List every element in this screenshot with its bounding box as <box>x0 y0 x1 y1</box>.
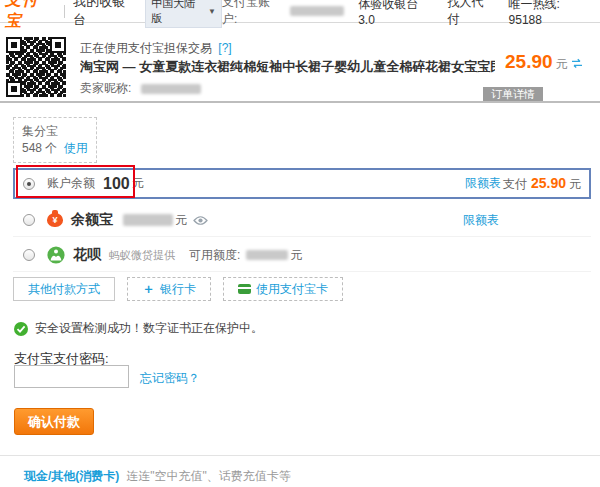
jifenbao-count: 548 个 <box>22 141 57 155</box>
qr-finder-icon <box>6 81 22 97</box>
jifenbao-name: 集分宝 <box>22 123 88 140</box>
order-price: 25.90 元 <box>505 51 583 73</box>
hotline-text: 唯一热线: 95188 <box>509 0 595 27</box>
pay-amount: 25.90 <box>531 175 566 191</box>
jifenbao-box: 集分宝 548 个 使用 <box>13 117 97 163</box>
payment-action-buttons: 其他付款方式 ＋ 银行卡 使用支付宝卡 <box>13 277 343 301</box>
footer: 现金/其他(消费卡) 连连"空中充值"、话费充值卡等 <box>24 468 291 485</box>
eye-icon[interactable] <box>193 215 208 226</box>
price-amount: 25.90 <box>505 51 553 73</box>
security-notice-text: 安全设置检测成功！数字证书正在保护中。 <box>35 320 263 337</box>
payment-password-input[interactable] <box>14 365 129 388</box>
huabei-name: 花呗 <box>73 246 101 264</box>
huabei-unit: 元 <box>290 247 302 264</box>
huabei-provider: 蚂蚁微贷提供 <box>109 248 175 263</box>
header-right: 支付宝账户: 体验收银台3.0 找人代付 唯一热线: 95188 <box>222 0 595 28</box>
yuebao-unit: 元 <box>175 212 187 229</box>
add-bank-card-button[interactable]: ＋ 银行卡 <box>127 277 211 301</box>
region-selector[interactable]: 中国大陆版 ▼ <box>145 0 222 28</box>
huabei-quota-label: 可用额度: <box>189 247 240 264</box>
plus-icon: ＋ <box>142 280 155 298</box>
alipay-logo[interactable]: 支付宝 <box>5 0 55 32</box>
money-bag-icon: ¥ <box>47 213 63 227</box>
payment-row-yuebao[interactable]: ¥ 余额宝 元 限额表 <box>13 204 591 237</box>
seller-label: 卖家昵称: <box>80 81 131 95</box>
footer-divider <box>0 455 600 456</box>
qr-finder-icon <box>50 37 66 53</box>
qr-finder-icon <box>6 37 22 53</box>
masked-seller-name <box>141 84 201 94</box>
pay-summary: 支付 25.90 元 <box>503 175 581 193</box>
card-icon <box>238 284 251 294</box>
cash-other-link[interactable]: 现金/其他(消费卡) <box>24 468 119 485</box>
price-unit: 元 <box>556 56 568 73</box>
chevron-down-icon: ▼ <box>208 7 216 16</box>
secured-notice-text: 正在使用支付宝担保交易 <box>80 41 212 55</box>
experience-cashier-link[interactable]: 体验收银台3.0 <box>358 0 433 27</box>
pay-for-other-link[interactable]: 找人代付 <box>447 0 494 28</box>
balance-limit-link[interactable]: 限额表 <box>465 175 501 192</box>
region-label: 中国大陆版 <box>151 0 205 26</box>
payment-row-balance[interactable]: 账户余额 100 元 限额表 支付 25.90 元 <box>13 168 591 199</box>
help-icon[interactable]: [?] <box>218 41 231 55</box>
check-icon <box>14 322 28 336</box>
jifenbao-use-link[interactable]: 使用 <box>64 141 88 155</box>
yuebao-limit-link[interactable]: 限额表 <box>463 212 499 229</box>
confirm-payment-button[interactable]: 确认付款 <box>14 408 94 435</box>
header: 支付宝 我的收银台 中国大陆版 ▼ 支付宝账户: 体验收银台3.0 找人代付 唯… <box>0 0 600 23</box>
masked-account-value <box>290 6 344 16</box>
section-divider <box>0 101 600 103</box>
yen-glyph: ¥ <box>47 215 63 226</box>
forgot-password-link[interactable]: 忘记密码？ <box>140 370 200 387</box>
header-divider <box>64 5 65 18</box>
alipay-cashier-page: 支付宝 我的收银台 中国大陆版 ▼ 支付宝账户: 体验收银台3.0 找人代付 唯… <box>0 0 600 487</box>
refresh-icon[interactable] <box>571 55 583 73</box>
secured-transaction-notice: 正在使用支付宝担保交易 [?] <box>80 40 232 57</box>
other-payment-methods-button[interactable]: 其他付款方式 <box>13 277 115 301</box>
balance-unit: 元 <box>132 175 144 192</box>
seller-line: 卖家昵称: <box>80 80 201 97</box>
account-label: 支付宝账户: <box>222 0 284 28</box>
cash-other-description: 连连"空中充值"、话费充值卡等 <box>126 468 291 485</box>
qr-code <box>6 37 66 97</box>
radio-yuebao[interactable] <box>23 214 35 226</box>
use-alipay-card-label: 使用支付宝卡 <box>256 281 328 298</box>
product-title: 淘宝网 — 女童夏款连衣裙纯棉短袖中长裙子婴幼儿童全棉碎花裙女宝宝民族风 <box>80 58 495 76</box>
order-details-tab[interactable]: 订单详情 <box>483 87 543 102</box>
balance-label: 账户余额 <box>47 175 95 192</box>
pay-unit: 元 <box>569 176 581 193</box>
payment-row-huabei[interactable]: 花呗 蚂蚁微贷提供 可用额度: 元 <box>13 239 591 272</box>
masked-huabei-quota <box>246 250 288 260</box>
radio-balance[interactable] <box>23 178 35 190</box>
yuebao-name: 余额宝 <box>71 211 113 229</box>
security-notice: 安全设置检测成功！数字证书正在保护中。 <box>14 320 263 337</box>
masked-yuebao-amount <box>123 214 173 226</box>
add-bank-card-label: 银行卡 <box>160 281 196 298</box>
page-title: 我的收银台 <box>73 0 137 29</box>
balance-amount: 100 <box>103 175 130 193</box>
use-alipay-card-button[interactable]: 使用支付宝卡 <box>223 277 343 301</box>
radio-huabei[interactable] <box>23 249 35 261</box>
pay-label: 支付 <box>503 176 527 193</box>
huabei-icon <box>47 246 65 264</box>
